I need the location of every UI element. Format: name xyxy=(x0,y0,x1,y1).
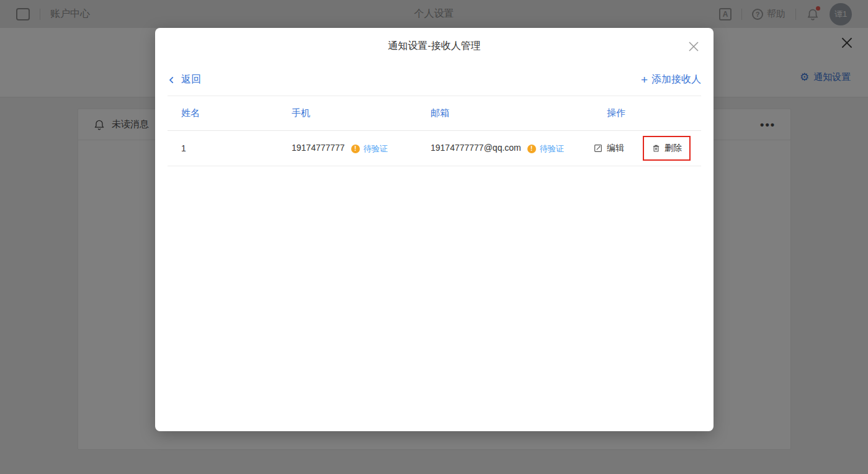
modal-title: 通知设置-接收人管理 xyxy=(388,40,480,53)
add-recipient-button[interactable]: + 添加接收人 xyxy=(641,73,701,86)
table-row: 1 19174777777!待验证 19174777777@qq.com!待验证… xyxy=(168,131,701,166)
edit-label: 编辑 xyxy=(607,143,624,154)
email-verify-status-link[interactable]: 待验证 xyxy=(540,143,564,154)
close-icon xyxy=(686,39,701,54)
delete-button[interactable]: 删除 xyxy=(651,143,682,154)
recipient-email: 19174777777@qq.com xyxy=(431,143,521,153)
column-header-phone: 手机 xyxy=(278,107,417,119)
column-header-email: 邮箱 xyxy=(417,107,593,119)
add-recipient-label: 添加接收人 xyxy=(651,73,701,86)
modal-toolbar: 返回 + 添加接收人 xyxy=(168,64,701,96)
phone-verify-status-link[interactable]: 待验证 xyxy=(364,143,388,154)
back-button[interactable]: 返回 xyxy=(168,73,201,86)
modal-close-button[interactable] xyxy=(686,39,701,54)
modal-titlebar: 通知设置-接收人管理 xyxy=(155,28,714,64)
column-header-name: 姓名 xyxy=(168,107,278,119)
recipient-name: 1 xyxy=(168,143,278,153)
edit-button[interactable]: 编辑 xyxy=(593,143,624,154)
edit-icon xyxy=(593,143,603,153)
chevron-left-icon xyxy=(168,75,176,85)
trash-icon xyxy=(651,143,661,153)
recipient-phone: 19174777777 xyxy=(292,143,345,153)
delete-highlight-box: 删除 xyxy=(643,136,691,161)
warning-icon: ! xyxy=(527,145,536,153)
table-header-row: 姓名 手机 邮箱 操作 xyxy=(168,96,701,131)
column-header-actions: 操作 xyxy=(593,107,701,119)
warning-icon: ! xyxy=(351,145,360,153)
back-label: 返回 xyxy=(181,73,201,86)
delete-label: 删除 xyxy=(664,143,682,154)
plus-icon: + xyxy=(641,74,648,86)
recipient-management-modal: 通知设置-接收人管理 返回 + 添加接收人 姓名 手机 邮箱 操作 xyxy=(155,28,714,431)
